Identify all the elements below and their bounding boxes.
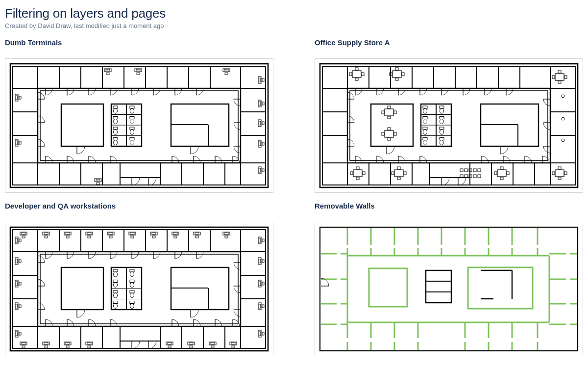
svg-rect-115 — [259, 168, 261, 172]
svg-rect-314 — [113, 280, 118, 283]
svg-rect-216 — [402, 73, 404, 76]
svg-rect-399 — [190, 346, 193, 348]
svg-rect-212 — [392, 71, 401, 78]
svg-rect-51 — [130, 117, 134, 119]
svg-rect-318 — [113, 290, 118, 293]
svg-point-172 — [440, 119, 444, 124]
floorplan-grid: Dumb Terminals Office Supply Store A Dev… — [5, 38, 583, 356]
svg-rect-55 — [130, 127, 134, 130]
svg-rect-235 — [350, 172, 353, 175]
svg-rect-392 — [87, 342, 91, 344]
svg-rect-252 — [460, 169, 463, 172]
svg-point-317 — [130, 283, 134, 288]
plan-frame — [315, 222, 583, 356]
svg-rect-92 — [137, 73, 140, 75]
svg-rect-300 — [61, 267, 103, 310]
svg-rect-106 — [259, 102, 261, 105]
svg-rect-2 — [38, 88, 241, 163]
svg-rect-368 — [130, 233, 134, 235]
svg-rect-365 — [109, 233, 113, 235]
svg-rect-103 — [259, 78, 261, 82]
svg-rect-360 — [66, 236, 69, 238]
svg-point-311 — [114, 272, 118, 277]
svg-rect-432 — [262, 305, 264, 308]
svg-point-325 — [130, 304, 134, 309]
svg-rect-211 — [362, 73, 364, 76]
svg-rect-419 — [16, 332, 18, 336]
svg-rect-247 — [555, 170, 564, 177]
svg-rect-155 — [371, 104, 413, 146]
svg-rect-324 — [130, 301, 134, 304]
svg-rect-47 — [130, 106, 134, 108]
svg-rect-242 — [497, 170, 506, 177]
svg-rect-121 — [322, 66, 575, 185]
svg-rect-223 — [388, 106, 391, 108]
svg-rect-107 — [262, 102, 264, 105]
svg-rect-434 — [259, 332, 261, 336]
svg-rect-387 — [45, 346, 48, 348]
svg-rect-266 — [13, 230, 266, 348]
svg-rect-431 — [259, 304, 261, 308]
svg-rect-316 — [130, 280, 134, 283]
svg-rect-395 — [168, 342, 172, 344]
svg-rect-214 — [395, 78, 398, 80]
svg-rect-236 — [363, 172, 365, 175]
svg-rect-378 — [196, 236, 198, 238]
panel-removable-walls: Removable Walls — [315, 202, 583, 356]
svg-point-180 — [440, 140, 444, 145]
svg-point-54 — [114, 130, 118, 134]
svg-rect-224 — [388, 116, 391, 119]
svg-rect-59 — [130, 138, 134, 140]
svg-rect-426 — [262, 260, 264, 263]
svg-rect-213 — [395, 68, 398, 70]
svg-rect-88 — [106, 69, 110, 71]
floorplan-icon — [8, 62, 270, 189]
svg-rect-310 — [113, 269, 118, 272]
svg-rect-428 — [259, 282, 261, 286]
svg-rect-218 — [558, 71, 561, 73]
svg-rect-91 — [136, 69, 140, 71]
svg-rect-177 — [423, 138, 427, 140]
svg-rect-229 — [388, 138, 391, 140]
svg-rect-226 — [394, 111, 396, 114]
svg-rect-173 — [423, 127, 427, 130]
svg-point-264 — [562, 139, 564, 142]
svg-rect-119 — [97, 183, 99, 184]
svg-rect-366 — [109, 236, 112, 238]
panel-title: Dumb Terminals — [5, 38, 273, 47]
svg-rect-498 — [468, 267, 533, 309]
plan-frame — [5, 222, 273, 356]
svg-rect-109 — [259, 121, 261, 125]
svg-point-56 — [130, 130, 134, 134]
svg-point-166 — [423, 108, 427, 113]
svg-rect-241 — [404, 172, 406, 175]
svg-rect-401 — [211, 342, 215, 344]
svg-rect-207 — [352, 71, 361, 78]
svg-rect-100 — [16, 141, 18, 145]
panel-title: Office Supply Store A — [315, 38, 583, 47]
svg-rect-405 — [232, 346, 235, 348]
svg-rect-369 — [131, 236, 134, 238]
svg-point-319 — [114, 293, 118, 298]
svg-rect-386 — [44, 342, 48, 344]
panel-dev-qa: Developer and QA workstations — [5, 202, 273, 356]
svg-rect-423 — [262, 239, 264, 242]
svg-rect-363 — [88, 236, 91, 238]
svg-rect-244 — [500, 177, 503, 180]
svg-rect-45 — [113, 106, 118, 108]
floorplan-icon — [318, 62, 580, 189]
svg-point-168 — [440, 108, 444, 113]
svg-rect-217 — [555, 74, 564, 80]
svg-rect-393 — [88, 346, 91, 348]
svg-rect-251 — [564, 172, 567, 175]
svg-rect-53 — [113, 127, 118, 130]
svg-point-323 — [114, 304, 118, 309]
plan-frame — [5, 58, 273, 193]
svg-rect-435 — [262, 332, 264, 335]
svg-rect-35 — [61, 104, 103, 146]
svg-rect-312 — [130, 269, 134, 272]
svg-rect-404 — [231, 342, 235, 344]
svg-rect-225 — [382, 111, 384, 114]
svg-rect-377 — [195, 233, 199, 235]
svg-rect-94 — [224, 69, 228, 71]
